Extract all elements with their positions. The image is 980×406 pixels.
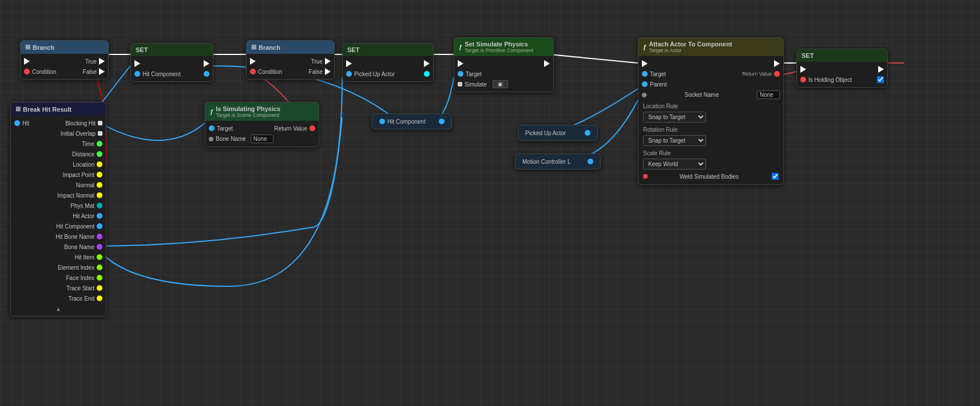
branch2-icon: ⊞	[251, 44, 256, 51]
break-elementidx-pin[interactable]	[97, 265, 102, 270]
set3-node[interactable]: SET Is Holding Object	[796, 49, 888, 88]
attach-weldsim-label: Weld Simulated Bodies	[680, 174, 739, 180]
break-distance-label: Distance	[72, 151, 94, 157]
simphys-target-in[interactable]	[458, 71, 463, 77]
hitcomp-float-out[interactable]	[439, 119, 445, 124]
simphys-exec-out[interactable]	[544, 60, 550, 67]
set3-isholding-checkbox[interactable]	[877, 76, 884, 83]
simphys-exec-in[interactable]	[458, 60, 463, 67]
break-location-label: Location	[73, 161, 94, 168]
branch1-false-pin[interactable]	[99, 68, 105, 75]
break-traceend-pin[interactable]	[97, 295, 102, 301]
break-initialoverlap-pin[interactable]	[98, 131, 102, 136]
set1-hitcomp-out[interactable]	[204, 71, 209, 77]
attach-retval-label: Return Value	[742, 71, 772, 77]
break-blockinghit-pin[interactable]	[98, 121, 102, 125]
break-hitcomp-label: Hit Component	[56, 223, 94, 230]
set3-isholding-pin[interactable]	[800, 77, 806, 82]
break-faceindex-label: Face Index	[66, 275, 94, 281]
set2-node[interactable]: SET Picked Up Actor	[342, 43, 434, 82]
break-hitactor-pin[interactable]	[97, 213, 102, 219]
attach-target-pin[interactable]	[642, 71, 648, 77]
attach-parent-pin[interactable]	[642, 81, 648, 87]
attach-parent-label: Parent	[650, 81, 666, 88]
set1-hitcomp-in[interactable]	[134, 71, 140, 77]
attach-node[interactable]: ƒ Attach Actor To Component Target is Ac…	[638, 37, 784, 185]
break-hit-pin[interactable]	[14, 120, 20, 126]
pickedup-float-label: Picked Up Actor	[525, 130, 566, 136]
break-hitcomp-pin[interactable]	[97, 223, 102, 229]
set1-node[interactable]: SET Hit Component	[130, 43, 213, 82]
set2-pickedup-in[interactable]	[346, 71, 352, 77]
simphys-header: ƒ Set Simulate Physics Target is Primiti…	[454, 38, 553, 56]
branch2-true-pin[interactable]	[325, 58, 331, 65]
branch1-true-pin[interactable]	[99, 58, 105, 65]
break-impactnormal-label: Impact Normal	[57, 192, 94, 199]
break-collapse-icon[interactable]: ▲	[55, 306, 61, 312]
pickedup-float-pin[interactable]	[585, 130, 590, 136]
attach-exec-out[interactable]	[774, 60, 780, 67]
branch2-cond-label: Condition	[258, 69, 282, 75]
break-normal-pin[interactable]	[97, 182, 102, 188]
break-faceindex-pin[interactable]	[97, 275, 102, 281]
break-time-pin[interactable]	[97, 141, 102, 147]
issim-target-pin[interactable]	[209, 125, 215, 131]
simphys-simulate-pin[interactable]	[458, 82, 462, 86]
issim-retval-label: Return Value	[274, 125, 307, 132]
attach-rotrule-select[interactable]: Snap to Target	[643, 135, 706, 146]
set1-exec-in[interactable]	[134, 60, 140, 67]
branch1-node[interactable]: ⊞ Branch True Condition False	[20, 40, 109, 80]
attach-scalerule-select[interactable]: Keep World	[643, 159, 706, 170]
break-impactpoint-pin[interactable]	[97, 172, 102, 178]
branch2-false-pin[interactable]	[325, 68, 331, 75]
break-icon: ⊞	[15, 105, 21, 113]
break-tracestart-pin[interactable]	[97, 285, 102, 291]
attach-weldsim-checkbox[interactable]	[772, 173, 779, 180]
hitcomp-float-node[interactable]: Hit Component	[372, 113, 452, 129]
hitcomp-float-pin[interactable]	[379, 119, 385, 124]
set3-exec-in[interactable]	[800, 66, 806, 73]
break-hitbonename-pin[interactable]	[97, 234, 102, 239]
branch2-cond-pin[interactable]	[250, 69, 256, 74]
pickedup-float-node[interactable]: Picked Up Actor	[518, 125, 598, 141]
attach-locrule-select[interactable]: Snap to Target	[643, 112, 706, 123]
set2-pickedup-out[interactable]	[424, 71, 430, 77]
break-blockinghit-label: Blocking Hit	[65, 120, 96, 127]
issim-bonename-input[interactable]	[251, 135, 273, 143]
set1-exec-out[interactable]	[204, 60, 209, 67]
branch2-node[interactable]: ⊞ Branch True Condition False	[246, 40, 335, 80]
attach-rotrule-label: Rotation Rule	[643, 127, 678, 133]
branch1-cond-pin[interactable]	[24, 69, 30, 74]
break-initialoverlap-label: Initial Overlap	[61, 131, 96, 137]
set2-header: SET	[343, 44, 433, 56]
branch2-exec-in[interactable]	[250, 58, 256, 65]
set3-exec-out[interactable]	[878, 66, 884, 73]
attach-exec-in[interactable]	[642, 60, 648, 67]
set2-exec-out[interactable]	[424, 60, 430, 67]
break-physmat-pin[interactable]	[97, 203, 102, 208]
issim-target-label: Target	[217, 125, 233, 132]
motionctrl-float-pin[interactable]	[588, 159, 593, 164]
attach-socket-label: Socket Name	[684, 92, 719, 98]
break-node[interactable]: ⊞ Break Hit Result Hit Blocking Hit Init…	[10, 102, 106, 317]
attach-retval-pin[interactable]	[774, 71, 780, 77]
attach-socket-input[interactable]	[757, 90, 780, 99]
break-location-pin[interactable]	[97, 161, 102, 167]
issim-title: Is Simulating Physics	[216, 105, 280, 112]
break-title: Break Hit Result	[23, 106, 72, 113]
break-hitbonename-label: Hit Bone Name	[55, 234, 94, 240]
break-impactnormal-pin[interactable]	[97, 192, 102, 198]
attach-scalerule-label: Scale Rule	[643, 150, 670, 156]
break-tracestart-label: Trace Start	[66, 285, 94, 291]
motionctrl-float-node[interactable]: Motion Controller L	[515, 153, 601, 170]
issim-retval-pin[interactable]	[310, 125, 315, 131]
set1-hitcomp-label: Hit Component	[142, 71, 181, 77]
attach-weldsim-pin[interactable]	[643, 174, 648, 179]
break-bonename-pin[interactable]	[97, 244, 102, 250]
set2-exec-in[interactable]	[346, 60, 352, 67]
break-distance-pin[interactable]	[97, 151, 102, 157]
simphys-node[interactable]: ƒ Set Simulate Physics Target is Primiti…	[454, 37, 554, 92]
issim-node[interactable]: ƒ Is Simulating Physics Target is Scene …	[205, 102, 319, 147]
branch1-exec-in[interactable]	[24, 58, 30, 65]
break-hititem-pin[interactable]	[97, 254, 102, 260]
